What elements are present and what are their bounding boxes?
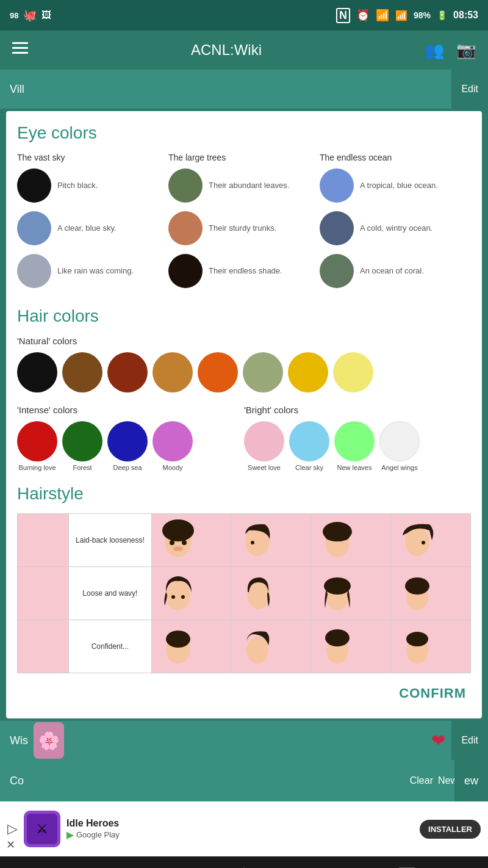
intense-color-forest: Forest	[62, 421, 102, 472]
svg-point-16	[171, 595, 175, 599]
people-icon[interactable]: 👥	[425, 41, 444, 60]
hair-circle-sage[interactable]	[243, 352, 283, 392]
bright-color-clearsky: Clear sky	[289, 421, 329, 472]
intense-name-forest: Forest	[73, 464, 92, 472]
intense-circle-blue[interactable]	[107, 421, 148, 461]
app-bar-icons: 👥 📷	[425, 41, 476, 60]
hairstyle-img-cell[interactable]	[231, 567, 311, 620]
ad-subtitle: ▶ Google Play	[66, 829, 414, 841]
hairstyle-pink-col	[18, 514, 69, 567]
ad-title: Idle Heroes	[66, 818, 414, 829]
intense-circle-red[interactable]	[17, 421, 57, 461]
app-title: ACNL:Wiki	[191, 42, 262, 59]
back-button[interactable]	[57, 863, 106, 868]
nfc-icon: N	[336, 8, 350, 23]
wifi-icon: 📶	[376, 9, 389, 22]
eye-color-desc: A clear, blue sky.	[57, 223, 117, 234]
menu-icon[interactable]	[12, 42, 28, 58]
wishlist-text: Wis	[10, 734, 28, 747]
hairstyle-img-cell[interactable]	[231, 620, 311, 673]
intense-circle-green[interactable]	[62, 421, 102, 461]
hairstyle-img-cell[interactable]	[391, 514, 471, 567]
hairstyle-img-cell[interactable]	[151, 514, 231, 567]
home-button[interactable]	[220, 863, 268, 868]
eye-color-desc: An ocean of coral.	[360, 266, 424, 277]
eye-colors-section: Eye colors The vast sky Pitch black. A c…	[17, 123, 471, 297]
eye-color-desc: A cold, wintry ocean.	[360, 223, 432, 234]
hair-circle-black[interactable]	[17, 352, 57, 392]
bright-color-newleaves: New leaves	[334, 421, 375, 472]
hair-circle-brown[interactable]	[62, 352, 102, 392]
eye-col-1-title: The vast sky	[17, 153, 168, 162]
hairstyle-img-cell[interactable]	[311, 620, 391, 673]
bright-colors-row: Sweet love Clear sky New leaves Ang	[244, 421, 471, 472]
svg-rect-0	[12, 42, 28, 44]
eye-color-desc: Like rain was coming.	[57, 266, 134, 277]
hairstyle-img-cell[interactable]	[391, 620, 471, 673]
eye-color-circle	[320, 211, 354, 245]
hairstyle-img-cell[interactable]	[231, 514, 311, 567]
svg-point-6	[182, 540, 187, 545]
eye-color-row-3-3: An ocean of coral.	[320, 254, 471, 288]
eye-color-row-2-1: Their abundant leaves.	[168, 168, 320, 203]
intense-section: 'Intense' colors Burning love Forest	[17, 405, 244, 472]
hairstyle-row-label-3: Confident...	[69, 620, 151, 673]
svg-point-20	[324, 577, 351, 595]
svg-point-15	[166, 581, 190, 610]
hairstyle-img-cell[interactable]	[311, 567, 391, 620]
table-row: Confident...	[18, 620, 471, 673]
hair-circle-tan[interactable]	[152, 352, 193, 392]
bright-circle-lightblue[interactable]	[289, 421, 329, 461]
confirm-button[interactable]: CONFIRM	[394, 683, 471, 704]
co-text: Co	[0, 775, 24, 787]
eye-col-3-title: The endless ocean	[320, 153, 471, 162]
intense-name-burning: Burning love	[18, 464, 56, 472]
intense-circle-purple[interactable]	[152, 421, 193, 461]
eye-color-circle	[320, 254, 354, 288]
hair-circle-yellow[interactable]	[288, 352, 328, 392]
eye-colors-grid: The vast sky Pitch black. A clear, blue …	[17, 153, 471, 297]
bottom-nav	[0, 856, 488, 868]
eye-color-row-3-2: A cold, wintry ocean.	[320, 211, 471, 245]
svg-point-17	[181, 595, 185, 599]
bright-circle-lightgreen[interactable]	[334, 421, 375, 461]
ad-close-icon[interactable]: ✕	[6, 838, 15, 852]
ad-expand-icon[interactable]: ▷	[7, 821, 18, 837]
clear-label[interactable]: Clear	[410, 775, 433, 786]
ew-text: ew	[454, 760, 488, 801]
recents-button[interactable]	[382, 863, 431, 868]
bright-name-sweet: Sweet love	[248, 464, 281, 472]
svg-point-4	[162, 519, 194, 541]
edit-wishlist-btn[interactable]: Edit	[451, 721, 488, 760]
svg-point-9	[251, 541, 254, 544]
hair-circle-lightyellow[interactable]	[333, 352, 373, 392]
hairstyle-img-cell[interactable]	[151, 620, 231, 673]
install-button[interactable]: INSTALLER	[420, 820, 481, 839]
eye-color-desc: A tropical, blue ocean.	[360, 181, 438, 191]
ad-text-area: Idle Heroes ▶ Google Play	[66, 818, 414, 841]
table-row: Loose and wavy!	[18, 567, 471, 620]
status-left: 98 🐙 🖼	[10, 9, 51, 22]
bright-circle-pink[interactable]	[244, 421, 284, 461]
hairstyle-img-cell[interactable]	[311, 514, 391, 567]
hairstyle-section: Hairstyle Laid-back looseness!	[17, 484, 471, 673]
hair-circle-darkred[interactable]	[107, 352, 148, 392]
new-clear-area: Clear New	[410, 775, 458, 786]
svg-point-26	[246, 637, 268, 664]
hair-circle-orange[interactable]	[198, 352, 238, 392]
eye-color-desc: Pitch black.	[57, 181, 98, 191]
eye-color-desc: Their endless shade.	[209, 266, 282, 277]
battery-icon: 🔋	[437, 10, 447, 20]
status-right: N ⏰ 📶 📶 98% 🔋 08:53	[336, 8, 478, 23]
hairstyle-pink-col	[18, 620, 69, 673]
eye-color-desc: Their sturdy trunks.	[209, 223, 276, 234]
edit-villagers-btn[interactable]: Edit	[451, 70, 488, 109]
heart-icon: ❤	[431, 731, 445, 751]
camera-icon[interactable]: 📷	[456, 41, 476, 60]
intense-color-moody: Moody	[152, 421, 193, 472]
hairstyle-img-cell[interactable]	[151, 567, 231, 620]
bright-label: 'Bright' colors	[244, 405, 471, 415]
hairstyle-img-cell[interactable]	[391, 567, 471, 620]
intense-bright-wrapper: 'Intense' colors Burning love Forest	[17, 405, 471, 472]
bright-circle-white[interactable]	[379, 421, 420, 461]
